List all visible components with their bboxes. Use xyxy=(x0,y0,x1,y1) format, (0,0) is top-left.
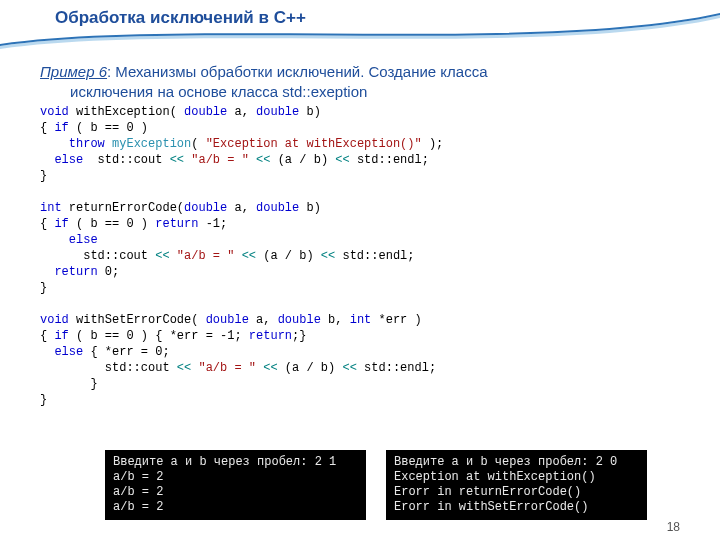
slide-title: Обработка исключений в С++ xyxy=(55,8,306,28)
page-number: 18 xyxy=(667,520,680,534)
console-outputs: Введите a и b через пробел: 2 1 a/b = 2 … xyxy=(105,450,647,520)
subtitle-text-2: исключения на основе класса std::exeptio… xyxy=(40,82,680,102)
code-listing: void withException( double a, double b) … xyxy=(40,104,680,408)
example-subtitle: Пример 6: Механизмы обработки исключений… xyxy=(40,62,680,101)
example-label: Пример 6 xyxy=(40,63,107,80)
console-output-2: Введите a и b через пробел: 2 0 Exceptio… xyxy=(386,450,647,520)
console-output-1: Введите a и b через пробел: 2 1 a/b = 2 … xyxy=(105,450,366,520)
subtitle-text-1: : Механизмы обработки исключений. Создан… xyxy=(107,63,488,80)
